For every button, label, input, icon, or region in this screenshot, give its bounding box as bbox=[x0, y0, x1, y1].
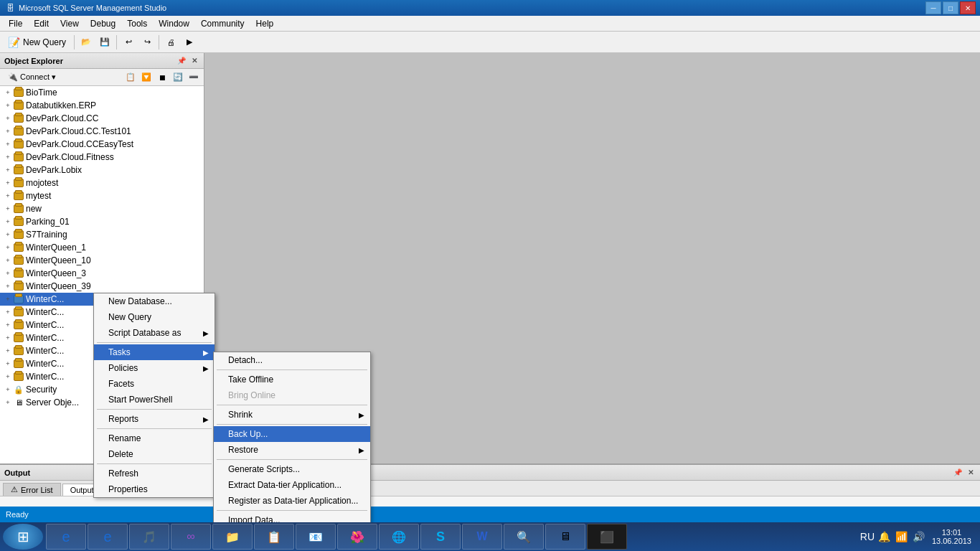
undo-button[interactable]: ↩ bbox=[120, 34, 137, 51]
ctx-shrink[interactable]: Shrink ▶ bbox=[214, 407, 370, 423]
connect-button[interactable]: 🔌 Connect ▾ bbox=[3, 70, 61, 84]
taskbar-word-button[interactable]: W bbox=[462, 524, 502, 550]
tree-item-biotime[interactable]: + BioTime bbox=[0, 86, 204, 99]
db-icon bbox=[13, 164, 24, 176]
minimize-button[interactable]: ─ bbox=[925, 1, 941, 14]
menu-window[interactable]: Window bbox=[153, 16, 195, 31]
title-bar-controls: ─ □ ✕ bbox=[925, 1, 976, 14]
tree-item-wq39[interactable]: + WinterQueen_39 bbox=[0, 280, 204, 293]
taskbar-console-button[interactable]: ⬛ bbox=[587, 524, 627, 550]
error-list-tab[interactable]: ⚠ Error List bbox=[3, 483, 61, 496]
ctx-detach[interactable]: Detach... bbox=[214, 352, 370, 368]
taskbar-notify-button[interactable]: 🔔 bbox=[877, 529, 892, 544]
expand-icon: + bbox=[3, 139, 13, 149]
menu-file[interactable]: File bbox=[3, 16, 28, 31]
oe-stop-button[interactable]: ⏹ bbox=[155, 70, 169, 85]
db-icon bbox=[13, 151, 24, 163]
tree-item-databutikken[interactable]: + Databutikken.ERP bbox=[0, 99, 204, 112]
start-button[interactable]: ⊞ bbox=[3, 524, 43, 550]
ctx-delete[interactable]: Delete bbox=[94, 446, 215, 462]
close-panel-button[interactable]: ✕ bbox=[189, 56, 199, 66]
tree-item-devpark-fitness[interactable]: + DevPark.Cloud.Fitness bbox=[0, 151, 204, 164]
tree-item-devpark-lobix[interactable]: + DevPark.Lobix bbox=[0, 164, 204, 176]
menu-tools[interactable]: Tools bbox=[121, 16, 153, 31]
close-button[interactable]: ✕ bbox=[960, 1, 976, 14]
menu-view[interactable]: View bbox=[55, 16, 85, 31]
open-file-button[interactable]: 📂 bbox=[77, 34, 95, 51]
ctx-facets[interactable]: Facets bbox=[94, 376, 215, 392]
new-query-button[interactable]: 📝 New Query bbox=[3, 34, 71, 50]
taskbar-apps: e e 🎵 ∞ 📁 📋 📧 🌺 🌐 S W 🔍 🖥 bbox=[46, 524, 860, 550]
output-title: Output bbox=[4, 468, 30, 477]
ctx-separator-2 bbox=[97, 409, 212, 410]
ctx-rename[interactable]: Rename bbox=[94, 430, 215, 446]
expand-icon: + bbox=[3, 152, 13, 162]
ctx-tasks[interactable]: Tasks ▶ bbox=[94, 344, 215, 360]
taskbar-lang-button[interactable]: RU bbox=[860, 529, 875, 544]
oe-refresh-small-button[interactable]: 🔄 bbox=[171, 70, 185, 85]
ctx-refresh[interactable]: Refresh bbox=[94, 466, 215, 481]
ctx-start-powershell[interactable]: Start PowerShell bbox=[94, 392, 215, 408]
ctx-bring-online[interactable]: Bring Online bbox=[214, 387, 370, 403]
maximize-button[interactable]: □ bbox=[943, 1, 958, 14]
tree-item-devpark-cc[interactable]: + DevPark.Cloud.CC bbox=[0, 112, 204, 125]
output-pin-button[interactable]: 📌 bbox=[953, 468, 963, 478]
taskbar-file-button[interactable]: 📋 bbox=[254, 524, 294, 550]
ctx-register-datatier[interactable]: Register as Data-tier Application... bbox=[214, 493, 370, 509]
expand-icon: + bbox=[3, 88, 13, 98]
oe-collapse-button[interactable]: ➖ bbox=[187, 70, 201, 85]
menu-community[interactable]: Community bbox=[195, 16, 250, 31]
taskbar-skype-button[interactable]: S bbox=[420, 524, 461, 550]
taskbar-ie2-button[interactable]: e bbox=[88, 524, 128, 550]
ctx-extract-datatier[interactable]: Extract Data-tier Application... bbox=[214, 477, 370, 493]
tree-item-wq1[interactable]: + WinterQueen_1 bbox=[0, 241, 204, 254]
taskbar-ie-button[interactable]: e bbox=[46, 524, 86, 550]
db-icon bbox=[13, 319, 24, 331]
ctx-new-database[interactable]: New Database... bbox=[94, 293, 215, 309]
tree-item-parking[interactable]: + Parking_01 bbox=[0, 215, 204, 228]
pin-button[interactable]: 📌 bbox=[176, 56, 187, 66]
oe-new-button[interactable]: 📋 bbox=[123, 70, 138, 85]
ctx-script-database[interactable]: Script Database as ▶ bbox=[94, 325, 215, 341]
ctx-properties[interactable]: Properties bbox=[94, 481, 215, 497]
ctx-backup[interactable]: Back Up... bbox=[214, 426, 370, 442]
taskbar-vs-button[interactable]: ∞ bbox=[171, 524, 211, 550]
taskbar-display-button[interactable]: 🖥 bbox=[545, 524, 585, 550]
run-button[interactable]: ▶ bbox=[181, 34, 198, 51]
ctx-new-query[interactable]: New Query bbox=[94, 309, 215, 325]
print-button[interactable]: 🖨 bbox=[162, 34, 179, 51]
redo-button[interactable]: ↪ bbox=[138, 34, 156, 51]
taskbar-volume-button[interactable]: 🔊 bbox=[912, 529, 926, 544]
tree-item-devpark-cceasy[interactable]: + DevPark.Cloud.CCEasyTest bbox=[0, 138, 204, 151]
tree-item-s7training[interactable]: + S7Training bbox=[0, 228, 204, 241]
taskbar-media-button[interactable]: 🎵 bbox=[129, 524, 169, 550]
oe-filter-button[interactable]: 🔽 bbox=[139, 70, 154, 85]
save-button[interactable]: 💾 bbox=[96, 34, 113, 51]
taskbar-chrome-button[interactable]: 🌐 bbox=[379, 524, 419, 550]
menu-debug[interactable]: Debug bbox=[85, 16, 121, 31]
db-icon bbox=[13, 100, 24, 111]
tree-item-wq3[interactable]: + WinterQueen_3 bbox=[0, 267, 204, 280]
menu-edit[interactable]: Edit bbox=[28, 16, 55, 31]
tree-item-wq10[interactable]: + WinterQueen_10 bbox=[0, 254, 204, 267]
ctx-take-offline[interactable]: Take Offline bbox=[214, 372, 370, 387]
ctx-reports[interactable]: Reports ▶ bbox=[94, 411, 215, 427]
new-query-label: New Query bbox=[23, 37, 66, 47]
taskbar-explorer-button[interactable]: 📁 bbox=[212, 524, 253, 550]
ctx-generate-scripts[interactable]: Generate Scripts... bbox=[214, 461, 370, 477]
expand-icon: + bbox=[3, 100, 13, 110]
taskbar-search-button[interactable]: 🔍 bbox=[504, 524, 544, 550]
ctx-restore[interactable]: Restore ▶ bbox=[214, 442, 370, 458]
menu-help[interactable]: Help bbox=[250, 16, 280, 31]
taskbar-flower-button[interactable]: 🌺 bbox=[337, 524, 377, 550]
ctx-sep-tasks-1 bbox=[217, 369, 367, 370]
ctx-policies[interactable]: Policies ▶ bbox=[94, 360, 215, 376]
tree-item-mojotest[interactable]: + mojotest bbox=[0, 176, 204, 189]
taskbar-email-button[interactable]: 📧 bbox=[296, 524, 336, 550]
tree-item-devpark-cc-test[interactable]: + DevPark.Cloud.CC.Test101 bbox=[0, 125, 204, 138]
tree-item-new[interactable]: + new bbox=[0, 202, 204, 215]
taskbar-clock[interactable]: 13:01 13.06.2013 bbox=[932, 528, 971, 545]
taskbar-network-button[interactable]: 📶 bbox=[895, 529, 909, 544]
tree-item-mytest[interactable]: + mytest bbox=[0, 189, 204, 202]
output-close-button[interactable]: ✕ bbox=[966, 468, 976, 478]
